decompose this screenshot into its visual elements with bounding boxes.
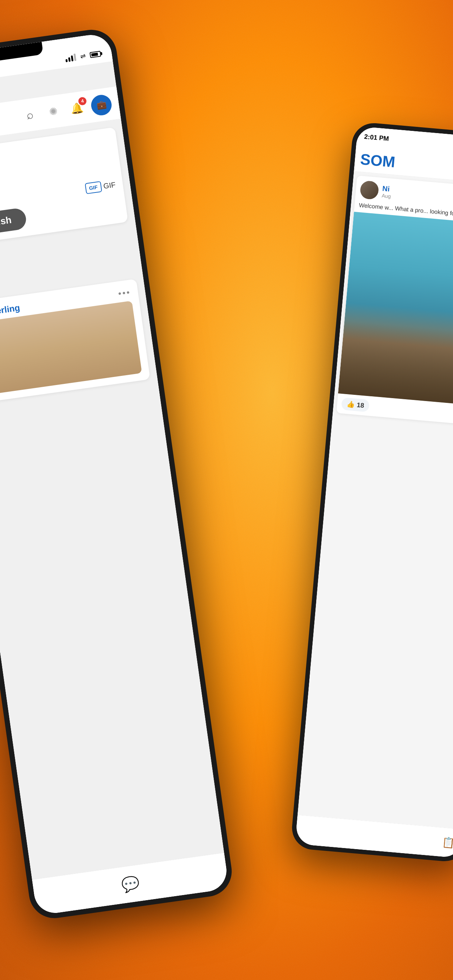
wallet-icon: 💼 [96, 100, 107, 110]
status-bar-left: 🔒 somee.social ⇌ [0, 32, 113, 88]
sun-icon: ✺ [48, 105, 58, 118]
like-count-right: 18 [356, 401, 364, 409]
like-button-right[interactable]: 👍 18 [341, 398, 370, 412]
nav-icon-right[interactable]: 📋 [441, 836, 453, 850]
search-button[interactable]: ⌕ [20, 105, 40, 125]
like-icon-right: 👍 [346, 400, 355, 409]
battery-icon [89, 51, 101, 58]
somee-logo-right: SOM [360, 150, 396, 170]
notifications-button[interactable]: 🔔 4 [66, 98, 87, 118]
gif-box-icon: GIF [85, 181, 102, 194]
post-image-left [0, 301, 142, 396]
post-card-left: eree Sterling ••• [0, 279, 150, 404]
publish-button[interactable]: Publish [0, 207, 27, 237]
avatar-right [360, 180, 379, 200]
wallet-button[interactable]: 💼 [90, 93, 113, 116]
theme-button[interactable]: ✺ [43, 101, 64, 122]
signal-icon [65, 54, 77, 62]
post-card-right: Ni Aug Welcome w... What a pro... lookin… [336, 175, 453, 427]
wifi-icon: ⇌ [80, 52, 86, 60]
post-more-icon[interactable]: ••• [118, 287, 131, 299]
chat-icon[interactable]: 💬 [120, 875, 141, 894]
search-icon: ⌕ [26, 108, 34, 122]
gif-text: GIF [103, 180, 116, 190]
notch [0, 41, 43, 62]
post-image-right [338, 212, 453, 407]
gif-button[interactable]: GIF GIF [85, 179, 116, 194]
compose-card: men Emoji GIF GIF E Publish [0, 127, 128, 247]
status-time-right: 2:01 PM [364, 133, 389, 143]
